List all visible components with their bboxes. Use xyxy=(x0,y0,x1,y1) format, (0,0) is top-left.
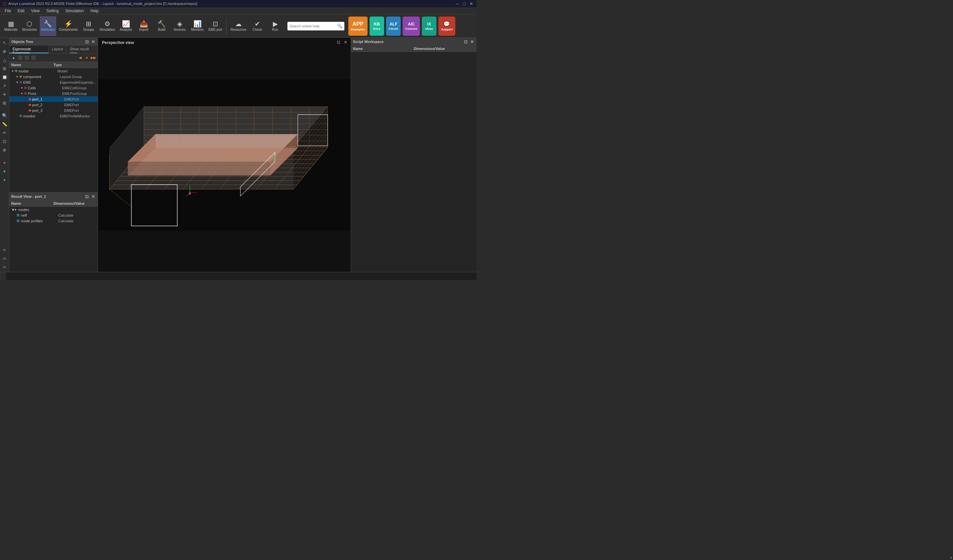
objects-tree-close-btn[interactable]: ✕ xyxy=(91,39,96,44)
examples-button[interactable]: APP Examples xyxy=(348,17,368,36)
menu-view[interactable]: View xyxy=(28,8,43,14)
ideas-icon: IX xyxy=(427,22,431,26)
result-view-panel: Result View - port_1 ⊡ ✕ Name Dimensions… xyxy=(9,192,98,272)
tree-tb-nav-dot[interactable]: ● xyxy=(84,54,90,60)
ideas-button[interactable]: IX Ideas xyxy=(422,17,436,36)
viewport-close-btn[interactable]: ✕ xyxy=(343,40,348,45)
build-button[interactable]: 🔨 Build ▾ xyxy=(153,16,170,36)
tree-item-port2[interactable]: ◆ port_2 EMEPort xyxy=(9,102,98,107)
courses-button[interactable]: AIC Courses xyxy=(403,17,420,36)
tree-item-cells[interactable]: ▼ ⊕ Cells EMECellGroup xyxy=(9,85,98,91)
sidebar-zoom-tool[interactable]: 🔍 xyxy=(1,112,8,119)
objects-tree-maximize-btn[interactable]: ⊡ xyxy=(84,39,89,44)
console-output xyxy=(6,272,476,280)
sidebar-param-tool[interactable]: ⊕ xyxy=(1,146,8,153)
tree-item-port3[interactable]: ◆ port_3 EMEPort xyxy=(9,107,98,113)
sidebar-x-axis[interactable]: x± xyxy=(1,246,8,254)
tab-eigenmode[interactable]: Eigenmode Expansion xyxy=(9,46,49,53)
result-item-neff[interactable]: ⊞ neff Calculate xyxy=(9,212,98,218)
sidebar-y-axis[interactable]: y± xyxy=(1,255,8,262)
script-workspace-close-btn[interactable]: ✕ xyxy=(470,39,475,44)
tree-item-component[interactable]: ▼ ⊕ component Layout Group xyxy=(9,74,98,79)
search-icon[interactable]: 🔍 xyxy=(337,23,342,28)
tree-tb-square-3[interactable]: ⬛ xyxy=(31,54,36,60)
tree-tb-square-2[interactable]: ⬛ xyxy=(24,54,30,60)
tab-layout[interactable]: Layout xyxy=(49,46,67,53)
tree-item-eme[interactable]: ▼ ⊕ EME EigenmodeExpansio... xyxy=(9,79,98,85)
menu-file[interactable]: File xyxy=(2,8,14,14)
result-view-col-header: Name Dimensions/Value xyxy=(9,200,98,207)
menu-edit[interactable]: Edit xyxy=(14,8,28,14)
menu-help[interactable]: Help xyxy=(87,8,102,14)
tree-item-port2-name: port_2 xyxy=(32,103,64,107)
check-button[interactable]: ✔ Check ▾ xyxy=(249,16,265,36)
sidebar-color-2[interactable]: ● xyxy=(1,167,8,175)
sidebar-measure-tool[interactable]: 📏 xyxy=(1,121,8,128)
attributes-button[interactable]: 🔧 Attributes xyxy=(40,16,56,36)
close-button[interactable]: ✕ xyxy=(469,2,474,6)
sources-button[interactable]: ◈ Sources ▾ xyxy=(171,16,188,36)
script-panel-label[interactable]: Script P... xyxy=(0,272,6,280)
sidebar-tool-4[interactable]: ⊞ xyxy=(1,65,8,72)
menu-setting[interactable]: Setting xyxy=(43,8,62,14)
structures-button[interactable]: ⬡ Structures ▾ xyxy=(20,16,39,36)
search-box[interactable]: 🔍 xyxy=(287,22,345,31)
simulation-button[interactable]: ⚙ Simulation ▾ xyxy=(98,16,116,36)
sidebar-select-tool[interactable]: ↖ xyxy=(1,39,8,46)
toolbar-separator-1 xyxy=(226,18,227,34)
tree-tb-arrow-up[interactable]: ▲ xyxy=(11,54,17,60)
tree-tb-square-1[interactable]: ⬛ xyxy=(17,54,23,60)
search-input[interactable] xyxy=(289,24,336,28)
sidebar-cursor-tool[interactable]: ↗ xyxy=(1,82,8,89)
sidebar-edit-tool[interactable]: ✏ xyxy=(1,129,8,136)
forum-button[interactable]: ALF Forum xyxy=(386,17,400,36)
groups-button[interactable]: ⊞ Groups ▾ xyxy=(81,16,97,36)
result-view-title: Result View - port_1 xyxy=(11,195,46,198)
expand-icon-component[interactable]: ▼ xyxy=(15,75,19,78)
result-view-maximize-btn[interactable]: ⊡ xyxy=(84,194,89,199)
maximize-button[interactable]: □ xyxy=(462,2,466,6)
eme-port-button[interactable]: ⊡ EME port ▾ xyxy=(207,16,224,36)
sidebar-color-1[interactable]: ● xyxy=(1,159,8,166)
result-item-modes[interactable]: ▼ ▸ modes xyxy=(9,207,98,212)
tree-item-port1[interactable]: ◆ port_1 EMEPort xyxy=(9,96,98,102)
sidebar-tool-2[interactable]: ⊕ xyxy=(1,48,8,55)
sidebar-grid-tool[interactable]: ⊞ xyxy=(1,99,8,107)
expand-modes[interactable]: ▼ xyxy=(11,208,15,212)
sidebar-snapping-tool[interactable]: ⊡ xyxy=(1,138,8,145)
expand-icon-ports[interactable]: ▼ xyxy=(20,92,24,95)
tree-tb-nav-left[interactable]: ◀ xyxy=(77,54,83,60)
import-label: Import xyxy=(139,28,148,31)
tree-item-model[interactable]: ▼ ⊕ model Model xyxy=(9,68,98,74)
resources-button[interactable]: ☁ Resources xyxy=(229,16,248,36)
materials-button[interactable]: ▦ Materials xyxy=(3,16,19,36)
analysis-button[interactable]: 📈 Analysis ▾ xyxy=(118,16,134,36)
expand-icon-cells[interactable]: ▼ xyxy=(20,86,24,90)
sidebar-tool-5[interactable]: 🔲 xyxy=(1,73,8,81)
sidebar-color-3[interactable]: ● xyxy=(1,176,8,183)
docs-button[interactable]: KB Docs xyxy=(369,17,384,36)
tab-show-result[interactable]: Show result view xyxy=(67,46,98,53)
components-button[interactable]: ⚡ Components ▾ xyxy=(57,16,79,36)
expand-icon-eme[interactable]: ▼ xyxy=(15,81,19,84)
import-button[interactable]: 📥 Import xyxy=(135,16,152,36)
run-button[interactable]: ▶ Run ▾ xyxy=(267,16,284,36)
sidebar-z-axis[interactable]: z± xyxy=(1,263,8,271)
minimize-button[interactable]: ─ xyxy=(455,2,459,6)
courses-icon: AIC xyxy=(408,22,415,26)
support-button[interactable]: 💬 Support xyxy=(438,17,455,36)
sidebar-tool-3[interactable]: △ xyxy=(1,56,8,63)
sidebar-move-tool[interactable]: ✛ xyxy=(1,91,8,98)
result-item-mode-profiles[interactable]: ⊞ mode profiles Calculate xyxy=(9,218,98,224)
resources-icon: ☁ xyxy=(235,20,242,27)
menu-simulation[interactable]: Simulation xyxy=(62,8,87,14)
viewport-maximize-btn[interactable]: ⊡ xyxy=(336,40,341,45)
forum-icon: ALF xyxy=(390,22,397,26)
tree-item-monitor[interactable]: ⊕ monitor EMEProfileMonitor xyxy=(9,113,98,119)
script-workspace-maximize-btn[interactable]: ⊡ xyxy=(463,39,468,44)
monitors-button[interactable]: 📊 Monitors ▾ xyxy=(189,16,206,36)
tree-tb-nav-right[interactable]: ▶▶ xyxy=(90,54,96,60)
result-view-close-btn[interactable]: ✕ xyxy=(91,194,96,199)
tree-item-ports[interactable]: ▼ ⊕ Ports EMEPortGroup xyxy=(9,91,98,96)
expand-icon-model[interactable]: ▼ xyxy=(11,70,15,73)
